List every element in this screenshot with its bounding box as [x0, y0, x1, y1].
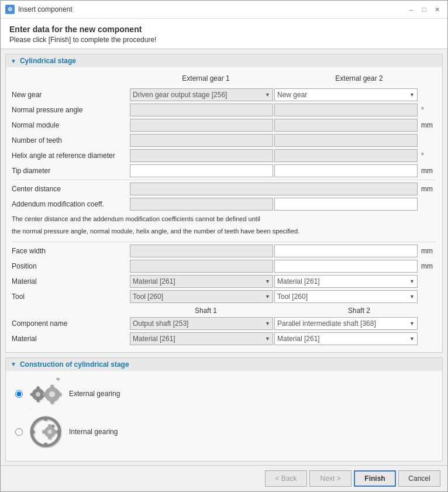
- pressure-angle-row: Normal pressure angle 20 °: [12, 104, 436, 116]
- svg-rect-21: [44, 418, 47, 421]
- svg-rect-33: [43, 430, 45, 433]
- face-width-row: Face width 100.0 100 mm: [12, 245, 436, 257]
- svg-rect-32: [49, 437, 51, 439]
- material-dropdown1[interactable]: Material [261] ▼: [130, 275, 273, 288]
- tip-diameter-input1[interactable]: [130, 164, 273, 177]
- header-title: Enter data for the new component: [9, 25, 439, 34]
- main-window: ⚙ Insert component – □ ✕ Enter data for …: [0, 0, 448, 492]
- svg-rect-16: [56, 378, 60, 380]
- svg-rect-15: [59, 393, 62, 395]
- shaft-headers-row: Shaft 1 Shaft 2: [12, 307, 436, 315]
- tip-diameter-row: Tip diameter mm: [12, 164, 436, 177]
- gear1-dropdown-value: Driven gear output stage [256]: [133, 91, 227, 99]
- normal-module-input2[interactable]: 8.0: [274, 119, 418, 132]
- tool-row: Tool Tool [260] ▼ Tool [260] ▼: [12, 290, 436, 303]
- tool-dropdown2-value: Tool [260]: [277, 293, 308, 301]
- helix-angle-input1[interactable]: 0.0: [130, 149, 273, 162]
- face-width-input1[interactable]: 100.0: [130, 245, 273, 257]
- center-distance-unit: mm: [419, 185, 436, 193]
- shaft-material-dropdown1-arrow: ▼: [265, 336, 270, 342]
- gear1-dropdown-arrow: ▼: [265, 92, 270, 98]
- collapse-icon[interactable]: ▼: [11, 58, 16, 64]
- position-row: Position 200.0 10 mm: [12, 260, 436, 273]
- internal-gearing-radio[interactable]: [15, 428, 23, 436]
- pressure-angle-input2[interactable]: [274, 104, 418, 116]
- close-button[interactable]: ✕: [431, 4, 443, 15]
- tool-dropdown2-arrow: ▼: [409, 294, 415, 300]
- minimize-button[interactable]: –: [405, 4, 417, 15]
- material-dropdown1-arrow: ▼: [265, 278, 270, 284]
- cancel-button[interactable]: Cancel: [398, 470, 440, 487]
- material-dropdown2-value: Material [261]: [277, 277, 320, 285]
- back-button[interactable]: < Back: [265, 470, 307, 487]
- external-gearing-option: External gearing: [15, 378, 433, 410]
- construction-section: ▼ Construction of cylindrical stage: [5, 357, 443, 462]
- component-name-dropdown2[interactable]: Parallel intermediate shaft [368] ▼: [274, 317, 418, 330]
- addendum-input1[interactable]: 0.0: [130, 198, 273, 211]
- shaft-material-dropdown1-value: Material [261]: [133, 335, 175, 343]
- tool-dropdown1[interactable]: Tool [260] ▼: [130, 290, 273, 303]
- tip-diameter-unit: mm: [419, 167, 436, 175]
- helix-angle-row: Helix angle at reference diameter 0.0 0.…: [12, 149, 436, 162]
- material-dropdown2[interactable]: Material [261] ▼: [274, 275, 418, 288]
- construction-body: External gearing: [6, 371, 442, 461]
- maximize-button[interactable]: □: [418, 4, 430, 15]
- face-width-input2[interactable]: 100: [274, 245, 418, 257]
- gear1-dropdown[interactable]: Driven gear output stage [256] ▼: [130, 88, 273, 101]
- center-distance-input[interactable]: 292.0: [130, 183, 418, 195]
- shaft-material-dropdown2[interactable]: Material [261] ▼: [274, 332, 418, 345]
- svg-rect-13: [51, 401, 54, 404]
- position-input2[interactable]: 10: [274, 260, 418, 273]
- teeth-input1[interactable]: 21: [130, 134, 273, 147]
- info-text-block: The center distance and the addendum mod…: [12, 213, 436, 238]
- shaft-material-dropdown1[interactable]: Material [261] ▼: [130, 332, 273, 345]
- position-input1[interactable]: 200.0: [130, 260, 273, 273]
- gear2-dropdown[interactable]: New gear ▼: [274, 88, 418, 101]
- material-dropdown2-arrow: ▼: [409, 278, 415, 284]
- shaft2-header: Shaft 2: [283, 307, 435, 315]
- normal-module-row: Normal module 8.0 8.0 mm: [12, 119, 436, 132]
- external-gearing-label: External gearing: [69, 390, 120, 398]
- normal-module-input1[interactable]: 8.0: [130, 119, 273, 132]
- component-name-dropdown1-arrow: ▼: [265, 321, 270, 326]
- divider1: [12, 180, 436, 180]
- tool-dropdown1-arrow: ▼: [265, 294, 270, 300]
- external-gearing-radio[interactable]: [15, 390, 23, 398]
- svg-rect-4: [30, 393, 33, 395]
- window-title: Insert component: [18, 5, 73, 13]
- face-width-unit: mm: [419, 247, 436, 255]
- col-header-gear1: External gear 1: [130, 72, 282, 86]
- tool-dropdown1-value: Tool [260]: [133, 293, 163, 301]
- addendum-row: Addendum modification coeff. 0.0 0: [12, 198, 436, 211]
- svg-rect-3: [37, 400, 39, 402]
- construction-title: Construction of cylindrical stage: [20, 360, 129, 369]
- component-name-dropdown1-value: Output shaft [253]: [133, 319, 188, 328]
- info-text-line1: The center distance and the addendum mod…: [12, 213, 436, 225]
- content-area: ▼ Cylindrical stage External gear 1 Exte…: [1, 49, 447, 465]
- external-gear-icon: [30, 378, 62, 410]
- svg-rect-23: [32, 430, 35, 433]
- divider2: [12, 242, 436, 242]
- component-name-dropdown1[interactable]: Output shaft [253] ▼: [130, 317, 273, 330]
- face-width-label: Face width: [12, 247, 129, 255]
- tool-dropdown2[interactable]: Tool [260] ▼: [274, 290, 418, 303]
- component-name-label: Component name: [12, 319, 129, 328]
- addendum-input2[interactable]: 0: [274, 198, 418, 211]
- header-area: Enter data for the new component Please …: [1, 19, 447, 49]
- normal-module-label: Normal module: [12, 121, 129, 129]
- material-dropdown1-value: Material [261]: [133, 277, 175, 285]
- pressure-angle-input[interactable]: 20: [130, 104, 273, 116]
- helix-angle-label: Helix angle at reference diameter: [12, 152, 129, 160]
- next-button[interactable]: Next >: [309, 470, 351, 487]
- svg-rect-14: [43, 393, 46, 395]
- teeth-row: Number of teeth 21 52: [12, 134, 436, 147]
- finish-button[interactable]: Finish: [354, 470, 396, 487]
- svg-point-11: [49, 391, 55, 397]
- helix-angle-input2[interactable]: 0.0: [274, 149, 418, 162]
- shaft1-header: Shaft 1: [130, 307, 282, 315]
- construction-collapse-icon[interactable]: ▼: [11, 361, 16, 367]
- app-icon: ⚙: [5, 5, 15, 14]
- teeth-input2[interactable]: 52: [274, 134, 418, 147]
- center-distance-label: Center distance: [12, 185, 129, 193]
- tip-diameter-input2[interactable]: [274, 164, 418, 177]
